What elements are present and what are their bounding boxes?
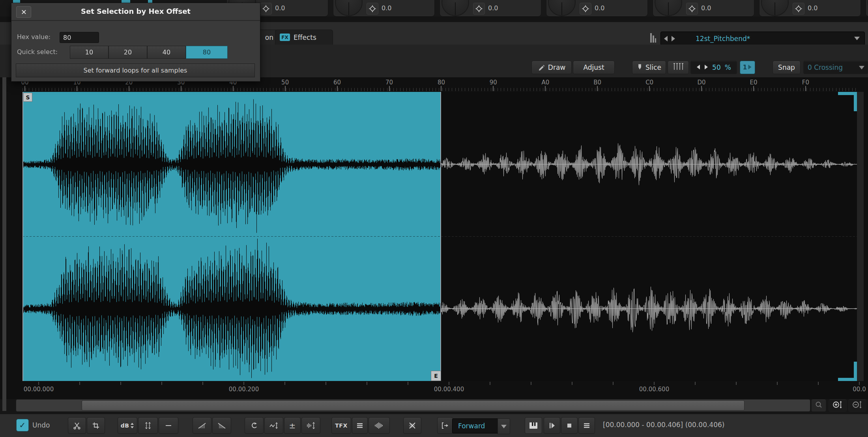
prev-sample-icon[interactable] xyxy=(664,36,668,41)
menu-icon xyxy=(356,422,363,429)
knob-reset-button[interactable] xyxy=(260,3,272,15)
loop-start-marker[interactable]: S xyxy=(23,93,32,102)
percent-sign: % xyxy=(725,63,731,71)
slice-button[interactable]: Slice xyxy=(632,61,666,74)
sample-name-selector[interactable]: 12st_Pitchbend* xyxy=(660,32,865,45)
sample-dropdown-icon[interactable] xyxy=(854,37,860,40)
increase-icon[interactable] xyxy=(704,63,708,71)
undo-label: Undo xyxy=(32,421,50,429)
curved-arrow-icon xyxy=(250,422,258,430)
slice-markers-button[interactable] xyxy=(668,61,689,74)
snap-label: Snap xyxy=(778,63,795,71)
macro-knob[interactable] xyxy=(441,0,469,16)
loop-marker-button[interactable] xyxy=(437,417,453,434)
knob-reset-button[interactable] xyxy=(686,3,698,15)
horizontal-scrollbar[interactable] xyxy=(16,399,810,412)
stop-button[interactable] xyxy=(561,417,578,434)
knob-value: 0.0 xyxy=(595,4,604,12)
swap-channels-button[interactable] xyxy=(301,417,320,434)
knob-reset-button[interactable] xyxy=(580,3,591,15)
zoom-out-icon xyxy=(852,400,863,411)
cut-button[interactable] xyxy=(68,417,86,434)
keyboard-button[interactable] xyxy=(525,417,542,434)
adjust-button[interactable]: Adjust xyxy=(573,61,615,74)
slice-sensitivity-box[interactable]: 50 % xyxy=(690,61,737,74)
zoom-in-button[interactable] xyxy=(829,399,847,412)
waveform-view[interactable]: S E xyxy=(22,92,857,381)
options-button[interactable] xyxy=(578,417,595,434)
macro-knob[interactable] xyxy=(335,0,363,16)
knob-reset-button[interactable] xyxy=(473,3,485,15)
adjust-label: Adjust xyxy=(583,63,604,71)
time-ruler-ticks xyxy=(38,382,868,385)
draw-button[interactable]: Draw xyxy=(531,61,572,74)
quick-select-40[interactable]: 40 xyxy=(147,46,186,59)
knife-icon xyxy=(637,63,643,72)
knob-reset-button[interactable] xyxy=(793,3,804,15)
tab-modulation-label: on xyxy=(265,34,273,41)
macro-knob[interactable] xyxy=(548,0,576,16)
macro-knob-panel xyxy=(866,0,868,17)
dc-offset-button[interactable] xyxy=(159,417,178,434)
stop-icon xyxy=(565,422,573,430)
snap-button[interactable]: Snap xyxy=(773,61,801,74)
normalize-button[interactable] xyxy=(138,417,158,434)
quick-select-10[interactable]: 10 xyxy=(70,46,108,59)
track-fx-button[interactable]: TFX xyxy=(331,417,351,434)
dialog-titlebar[interactable]: Set Selection by Hex Offset xyxy=(11,3,260,21)
hex-value-input[interactable] xyxy=(60,32,99,43)
macro-knob-panel: 0.0 xyxy=(759,0,861,17)
set-forward-loops-button[interactable]: Set forward loops for all samples xyxy=(16,63,255,77)
macro-knob[interactable] xyxy=(655,0,682,16)
quick-select-label: Quick select: xyxy=(17,48,58,56)
gain-button[interactable]: dB xyxy=(118,417,137,434)
undo-checkbox[interactable]: ✓ xyxy=(16,419,29,431)
process-button[interactable] xyxy=(369,417,390,434)
loop-mode-dropdown[interactable]: Forward xyxy=(452,418,503,433)
tab-effects-label: Effects xyxy=(294,34,316,41)
loop-end-line[interactable] xyxy=(440,92,441,381)
play-button[interactable] xyxy=(544,417,560,434)
time-ruler-label: 00.00.400 xyxy=(434,386,464,393)
snap-mode-dropdown[interactable]: 0 Crossing xyxy=(803,61,868,74)
knob-value: 0.0 xyxy=(488,4,498,12)
hex-ruler-label: C0 xyxy=(645,79,653,86)
fade-out-button[interactable] xyxy=(212,417,231,434)
snap-mode-dropdown-icon[interactable] xyxy=(859,66,864,69)
fade-in-icon xyxy=(198,422,206,430)
fx-badge-icon: FX xyxy=(280,34,290,41)
reverse-button[interactable] xyxy=(245,417,264,434)
scrollbar-handle[interactable] xyxy=(82,400,745,411)
fade-out-icon xyxy=(217,422,226,430)
quick-select-80[interactable]: 80 xyxy=(186,46,228,59)
knob-pointer xyxy=(774,2,775,15)
window-edge-strip xyxy=(2,77,6,411)
macro-knob[interactable] xyxy=(761,0,789,16)
quick-select-20[interactable]: 20 xyxy=(108,46,147,59)
knob-reset-button[interactable] xyxy=(367,3,378,15)
next-sample-icon[interactable] xyxy=(672,36,675,41)
waveform-canvas[interactable] xyxy=(22,92,857,381)
macro-knob-panel: 0.0 xyxy=(440,0,541,17)
zoom-in-icon xyxy=(832,400,843,411)
loop-end-marker[interactable]: E xyxy=(431,371,441,381)
loop-mode-dropdown-button[interactable] xyxy=(498,418,510,434)
knob-pointer xyxy=(668,2,669,15)
fx-menu-button[interactable] xyxy=(352,417,368,434)
zoom-selector-button[interactable] xyxy=(811,399,826,412)
trim-button[interactable] xyxy=(87,417,105,434)
view-bracket-bottom-right xyxy=(854,362,857,381)
knob-pointer xyxy=(561,2,562,15)
macro-knob-panel: 0.0 xyxy=(333,0,435,17)
macro-knob-panel: 0.0 xyxy=(546,0,648,17)
decrease-icon[interactable] xyxy=(696,63,700,71)
zoom-out-button[interactable] xyxy=(848,399,866,412)
plus-minus-button[interactable]: ± xyxy=(284,417,301,434)
loop-start-line[interactable] xyxy=(22,92,23,381)
interpolate-button[interactable] xyxy=(264,417,283,434)
tab-effects[interactable]: FX Effects xyxy=(275,30,333,45)
fade-in-button[interactable] xyxy=(193,417,211,434)
oneshot-toggle[interactable]: 1 xyxy=(740,61,755,74)
zigzag-updown-icon xyxy=(269,422,279,430)
mute-button[interactable] xyxy=(403,417,421,434)
